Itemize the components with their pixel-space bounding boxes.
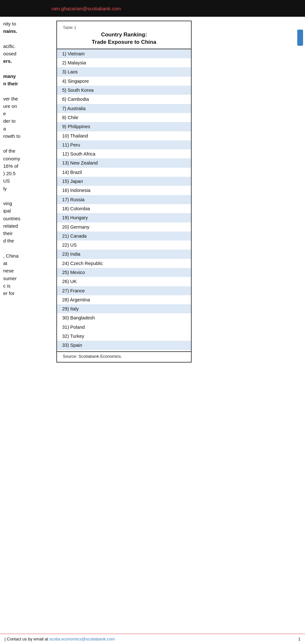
left-p24: their	[3, 230, 47, 237]
ranking-table: Table 1 Country Ranking: Trade Exposure …	[56, 21, 192, 363]
left-p22: ountries	[3, 215, 47, 222]
ranking-item: 29) Italy	[57, 304, 191, 313]
ranking-item: 15) Japan	[57, 177, 191, 186]
left-p25: d the	[3, 237, 47, 244]
top-bar: ram.ghazarian@scotiabank.com	[0, 0, 305, 17]
ranking-item: 32) Turkey	[57, 332, 191, 341]
ranking-item: 11) Peru	[57, 140, 191, 149]
left-p9: ure on	[3, 102, 47, 110]
left-p5: ers.	[3, 57, 47, 65]
left-p19: ly	[3, 185, 47, 192]
footer-bar: | Contact us by email at scotia.economic…	[0, 634, 305, 644]
table-title-line1: Country Ranking:	[101, 32, 147, 38]
left-p27: at	[3, 260, 47, 267]
ranking-item: 12) South Africa	[57, 149, 191, 158]
left-p30: c is	[3, 282, 47, 289]
ranking-item: 5) South Korea	[57, 86, 191, 95]
left-p18: US	[3, 177, 47, 185]
page-content: nity to nains. acific. oosed ers. many n…	[0, 17, 305, 369]
left-p13: rowth to	[3, 132, 47, 140]
left-p3: acific.	[3, 43, 47, 50]
ranking-item: 8) Chile	[57, 113, 191, 122]
table-title: Country Ranking: Trade Exposure to China	[57, 31, 191, 46]
left-p20: ving	[3, 200, 47, 207]
ranking-item: 7) Australia	[57, 104, 191, 113]
left-p28: nese	[3, 267, 47, 274]
ranking-item: 33) Spain	[57, 341, 191, 350]
ranking-item: 4) Singapore	[57, 77, 191, 86]
ranking-item: 6) Cambodia	[57, 95, 191, 104]
ranking-item: 14) Brazil	[57, 168, 191, 177]
left-p6: many	[3, 72, 47, 80]
table-title-line2: Trade Exposure to China	[92, 39, 156, 45]
left-p17: ) 20.5	[3, 170, 47, 177]
left-p4: oosed	[3, 50, 47, 57]
left-p29: sumer	[3, 275, 47, 282]
ranking-item: 21) Canada	[57, 232, 191, 241]
left-p14: of the	[3, 147, 47, 155]
footer-page-number: 1	[298, 637, 300, 641]
ranking-list: 1) Vietnam2) Malaysia3) Laos4) Singapore…	[57, 49, 191, 350]
ranking-item: 17) Russia	[57, 195, 191, 204]
left-p1: nity to	[3, 20, 47, 27]
ranking-item: 22) US	[57, 241, 191, 250]
scroll-thumb[interactable]	[297, 30, 303, 46]
ranking-item: 26) UK	[57, 277, 191, 286]
left-p16: 16% of	[3, 162, 47, 170]
left-p26: , China	[3, 252, 47, 260]
footer-contact-text: | Contact us by email at	[5, 637, 48, 641]
left-p2: nains.	[3, 27, 47, 35]
ranking-item: 18) Colombia	[57, 204, 191, 213]
ranking-item: 23) India	[57, 250, 191, 259]
ranking-item: 19) Hungary	[57, 213, 191, 222]
left-p12: a	[3, 125, 47, 132]
ranking-item: 13) New Zealand	[57, 158, 191, 167]
ranking-item: 25) Mexico	[57, 268, 191, 277]
ranking-item: 10) Thailand	[57, 131, 191, 140]
left-p11: der to	[3, 117, 47, 125]
ranking-item: 16) Indonesia	[57, 186, 191, 195]
left-p7: n their	[3, 80, 47, 87]
ranking-item: 28) Argentina	[57, 295, 191, 304]
left-p15: conomy	[3, 155, 47, 162]
ranking-item: 31) Poland	[57, 323, 191, 332]
ranking-item: 9) Philippines	[57, 122, 191, 131]
left-p23: related	[3, 222, 47, 230]
ranking-item: 3) Laos	[57, 67, 191, 76]
ranking-item: 27) France	[57, 286, 191, 295]
left-p8: ver the	[3, 95, 47, 102]
source-text: Source: Scotiabank Economics.	[57, 354, 191, 359]
right-sidebar	[295, 17, 305, 369]
table-area: Table 1 Country Ranking: Trade Exposure …	[50, 17, 295, 369]
ranking-item: 2) Malaysia	[57, 58, 191, 67]
ranking-item: 1) Vietnam	[57, 49, 191, 58]
table-label: Table 1	[57, 25, 191, 30]
ranking-item: 24) Czech Republic	[57, 259, 191, 268]
left-p10: e	[3, 110, 47, 117]
email-link[interactable]: ram.ghazarian@scotiabank.com	[52, 6, 121, 11]
left-p21: ipal	[3, 207, 47, 214]
table-divider-bottom	[57, 351, 191, 352]
footer-email-link[interactable]: scotia.economics@scotiabank.com	[49, 637, 115, 641]
ranking-item: 30) Bangladesh	[57, 313, 191, 322]
ranking-item: 20) Germany	[57, 223, 191, 232]
left-p31: er for	[3, 289, 47, 297]
left-text-column: nity to nains. acific. oosed ers. many n…	[0, 17, 50, 369]
